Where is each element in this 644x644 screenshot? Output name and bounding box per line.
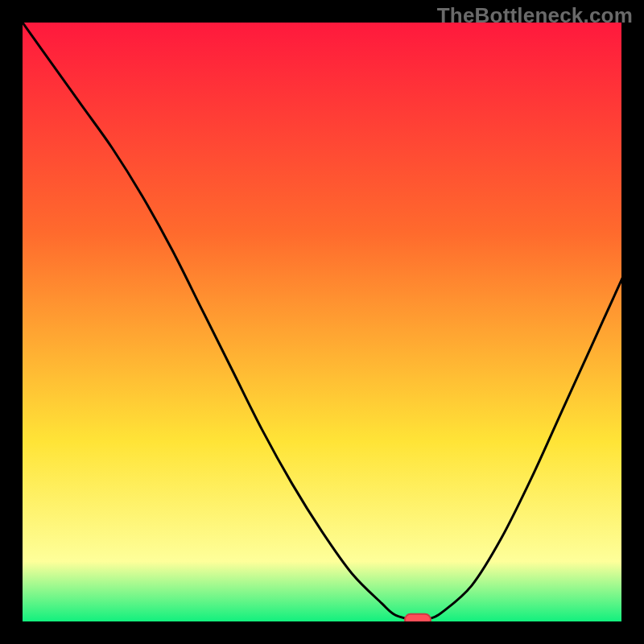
bottleneck-chart xyxy=(23,23,621,621)
optimum-marker xyxy=(405,614,431,621)
chart-frame: TheBottleneck.com xyxy=(0,0,644,644)
plot-area xyxy=(23,23,621,621)
